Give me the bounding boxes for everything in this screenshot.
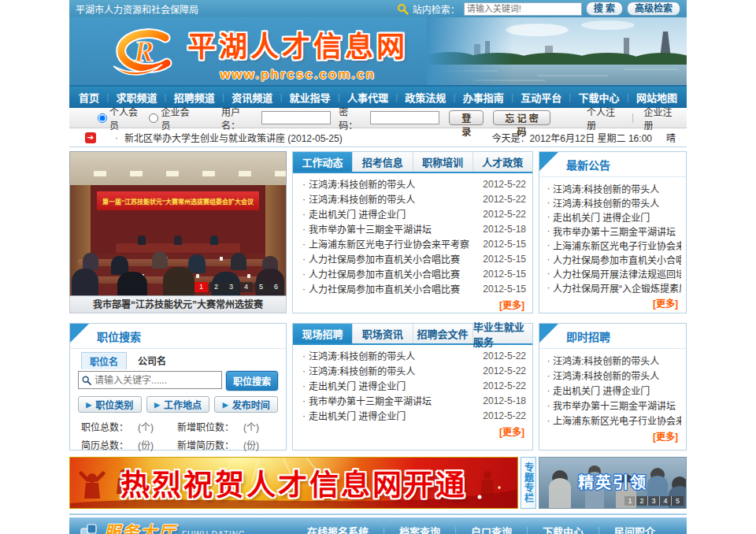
- photo-page-1[interactable]: 1: [195, 282, 208, 292]
- company-radio-input[interactable]: [149, 113, 158, 123]
- nav-separator: ｜: [335, 91, 343, 104]
- member-personal-radio[interactable]: 个人会员: [98, 105, 144, 132]
- photo-page-4[interactable]: 4: [239, 282, 253, 292]
- filter-work-location[interactable]: ▶ 工作地点: [146, 396, 210, 413]
- recruit-link[interactable]: 走出机关门 进得企业门: [553, 384, 681, 397]
- register-personal-link[interactable]: 个人注册: [587, 105, 622, 132]
- news-link[interactable]: 人力社保局参加市直机关小合唱比赛: [309, 282, 477, 295]
- news-link[interactable]: 走出机关门 进得企业门: [309, 409, 477, 422]
- news-link[interactable]: 上海浦东新区光电子行业协会来平考察: [309, 237, 477, 250]
- more-link[interactable]: [更多]: [653, 432, 678, 443]
- filter-job-category[interactable]: ▶ 职位类别: [78, 396, 142, 413]
- login-button[interactable]: 登 录: [449, 110, 484, 125]
- announcement-link[interactable]: 人力社保局开展法律法规巡回培训: [553, 267, 681, 280]
- tab-career-info[interactable]: 职场资讯: [353, 324, 413, 343]
- recruit-news-panel: 现场招聘 职场资讯 招聘会文件 毕业生就业服务 ·汪鸿涛:科技创新的带头人201…: [292, 323, 533, 451]
- link-archive-query[interactable]: 档案查询: [399, 524, 440, 534]
- job-search-button[interactable]: 职位搜索: [226, 371, 278, 391]
- tab-graduate-service[interactable]: 毕业生就业服务: [473, 324, 532, 343]
- personal-radio-input[interactable]: [98, 113, 107, 123]
- more-link[interactable]: [更多]: [653, 299, 678, 310]
- elite-banner[interactable]: 精英引领 1 2 3 4 5: [539, 457, 687, 509]
- nav-item-recruit[interactable]: 招聘频道: [174, 90, 215, 105]
- news-link[interactable]: 人力社保局参加市直机关小合唱比赛: [309, 252, 477, 265]
- announcement-link[interactable]: 上海浦东新区光电子行业协会来平考: [553, 239, 681, 252]
- tab-onsite-recruit[interactable]: 现场招聘: [293, 324, 353, 343]
- announcement-link[interactable]: 汪鸿涛:科技创新的带头人: [553, 196, 681, 210]
- password-field[interactable]: [370, 111, 439, 124]
- conference-photo[interactable]: 第一届“江苏技能状元”大赛常州选拔赛组委会扩大会议: [69, 151, 287, 296]
- recruit-link[interactable]: 汪鸿涛:科技创新的带头人: [553, 354, 681, 367]
- elite-page-2[interactable]: 2: [636, 496, 648, 506]
- nav-item-interaction[interactable]: 互动平台: [521, 90, 561, 105]
- announcement-link[interactable]: 人力社保局开展“入企锻炼提素质”: [553, 281, 681, 295]
- nav-item-sitemap[interactable]: 网站地图: [636, 90, 677, 105]
- announcement-link[interactable]: 走出机关门 进得企业门: [553, 210, 681, 224]
- site-title: 平湖人才信息网: [187, 24, 408, 65]
- more-link[interactable]: [更多]: [499, 427, 524, 438]
- site-search-button[interactable]: 搜 索: [586, 2, 623, 16]
- filter-publish-time[interactable]: ▶ 发布时间: [214, 396, 278, 413]
- news-row: ·我市举办第十三期金平湖讲坛2012-5-18: [299, 221, 526, 236]
- photo-page-2[interactable]: 2: [209, 282, 223, 292]
- elite-page-5[interactable]: 5: [672, 496, 684, 506]
- tab-talent-policy[interactable]: 人才政策: [473, 152, 532, 172]
- news-link[interactable]: 汪鸿涛:科技创新的带头人: [309, 349, 477, 362]
- photo-page-5[interactable]: 5: [254, 282, 268, 292]
- tab-exam-info[interactable]: 招考信息: [353, 152, 413, 172]
- nav-item-jobseek[interactable]: 求职频道: [116, 90, 157, 105]
- nav-separator: ｜: [624, 91, 632, 104]
- recruit-link[interactable]: 上海浦东新区光电子行业协会来平考: [553, 413, 681, 427]
- photo-page-3[interactable]: 3: [224, 282, 238, 292]
- news-link[interactable]: 汪鸿涛:科技创新的带头人: [309, 364, 477, 377]
- news-link[interactable]: 汪鸿涛:科技创新的带头人: [309, 177, 477, 191]
- photo-page-6[interactable]: 6: [269, 282, 283, 292]
- link-private-agency[interactable]: 民间职介: [614, 524, 655, 534]
- forgot-password-button[interactable]: 忘 记 密 码: [493, 110, 550, 125]
- nav-item-news[interactable]: 资讯频道: [232, 90, 272, 105]
- announcement-link[interactable]: 汪鸿涛:科技创新的带头人: [553, 182, 681, 195]
- nav-item-download[interactable]: 下载中心: [579, 90, 620, 105]
- link-hukou-query[interactable]: 户口查询: [471, 524, 512, 534]
- special-column-strip: 专题专栏: [521, 457, 536, 509]
- announcement-link[interactable]: 我市举办第十三期金平湖讲坛: [553, 224, 681, 238]
- tab-company-name[interactable]: 公司名: [130, 352, 174, 369]
- announcement-link[interactable]: 人力社保局参加市直机关小合唱比赛: [553, 253, 681, 266]
- ticker-news-link[interactable]: 新北区举办大学生创业与就业政策讲座 (2012-05-25): [124, 131, 343, 144]
- site-search-input[interactable]: [464, 2, 582, 16]
- news-link[interactable]: 走出机关门 进得企业门: [309, 207, 477, 221]
- register-company-link[interactable]: 企业注册: [643, 105, 679, 132]
- elite-page-1[interactable]: 1: [624, 496, 636, 506]
- advanced-search-button[interactable]: 高级检索: [627, 2, 680, 16]
- tab-title-training[interactable]: 职称培训: [413, 152, 473, 172]
- tab-work-trends[interactable]: 工作动态: [293, 152, 353, 172]
- member-company-radio[interactable]: 企业会员: [149, 105, 195, 132]
- nav-item-policy[interactable]: 政策法规: [405, 90, 446, 105]
- news-link[interactable]: 我市举办第十三期金平湖讲坛: [309, 394, 477, 407]
- news-link[interactable]: 人力社保局参加市直机关小合唱比赛: [309, 267, 477, 280]
- bullet: ·: [299, 284, 309, 295]
- more-link[interactable]: [更多]: [499, 300, 524, 311]
- news-link[interactable]: 走出机关门 进得企业门: [309, 379, 477, 392]
- nav-item-hr-agency[interactable]: 人事代理: [347, 90, 388, 105]
- news-link[interactable]: 我市举办第十三期金平湖讲坛: [309, 222, 477, 235]
- tab-position-name[interactable]: 职位名: [81, 352, 127, 369]
- recruit-row: ·汪鸿涛:科技创新的带头人: [544, 353, 681, 368]
- nav-separator: ｜: [161, 91, 170, 104]
- job-keyword-input[interactable]: [94, 375, 218, 386]
- elite-page-3[interactable]: 3: [648, 496, 660, 506]
- tab-jobfair-files[interactable]: 招聘会文件: [413, 324, 473, 343]
- nav-item-service-guide[interactable]: 办事指南: [463, 90, 504, 105]
- username-field[interactable]: [261, 111, 331, 124]
- recruit-link[interactable]: 我市举办第十三期金平湖讲坛: [553, 399, 681, 412]
- nav-item-guidance[interactable]: 就业指导: [290, 90, 331, 105]
- elite-page-4[interactable]: 4: [660, 496, 672, 506]
- photo-caption[interactable]: 我市部署“江苏技能状元”大赛常州选拔赛: [69, 296, 287, 313]
- stat-value: (份): [138, 438, 177, 451]
- link-online-signup[interactable]: 在线报名系统: [307, 524, 369, 534]
- link-download-center[interactable]: 下载中心: [543, 524, 584, 534]
- celebration-banner[interactable]: 热烈祝贺人才信息网开通: [69, 457, 518, 509]
- nav-item-home[interactable]: 首页: [79, 90, 99, 105]
- news-link[interactable]: 汪鸿涛:科技创新的带头人: [309, 192, 477, 206]
- recruit-link[interactable]: 汪鸿涛:科技创新的带头人: [553, 369, 681, 382]
